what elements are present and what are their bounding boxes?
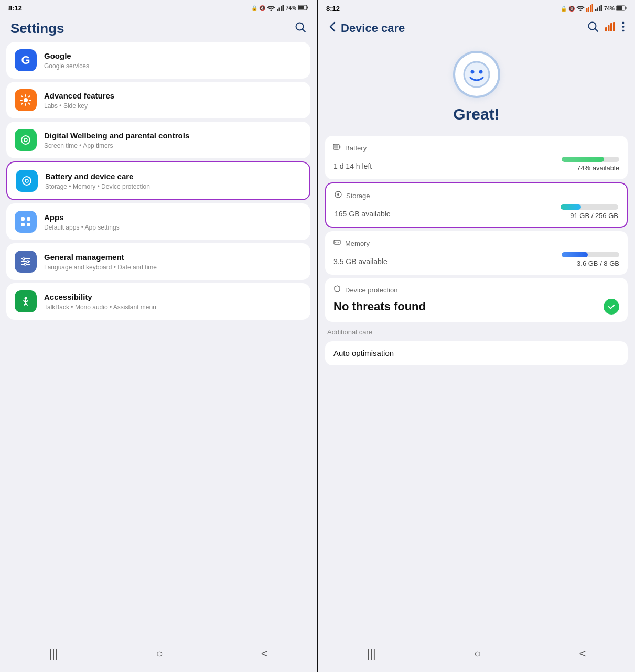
accessibility-title: Accessibility [44, 292, 302, 302]
svg-rect-52 [334, 145, 338, 149]
battery-card[interactable]: Battery 1 d 14 h left 74% available [325, 136, 628, 179]
care-content: Battery 1 d 14 h left 74% available [318, 136, 635, 637]
memory-card-header: Memory [333, 239, 619, 248]
care-header-left: Device care [328, 21, 405, 35]
svg-rect-27 [586, 8, 588, 12]
settings-item-accessibility[interactable]: Accessibility TalkBack • Mono audio • As… [6, 283, 310, 320]
wifi-icon-r [576, 5, 585, 12]
svg-point-23 [27, 261, 29, 263]
signal-icon-r [595, 5, 602, 12]
svg-point-46 [622, 30, 625, 32]
apps-icon [15, 211, 37, 233]
storage-card-label: Storage [346, 192, 370, 200]
nav-menu-left[interactable]: ||| [38, 645, 68, 663]
svg-rect-1 [277, 9, 278, 11]
chart-icon-r [586, 4, 594, 13]
search-icon-left[interactable] [295, 21, 306, 36]
svg-point-12 [24, 138, 27, 142]
battery-card-icon [333, 143, 341, 153]
settings-item-battery[interactable]: Battery and device care Storage • Memory… [6, 161, 310, 200]
svg-point-24 [24, 263, 26, 265]
battery-card-pct: 74% available [577, 164, 619, 172]
additional-care-label: Additional care [325, 325, 628, 338]
additional-card[interactable]: Auto optimisation [325, 341, 628, 365]
protection-icon [333, 285, 341, 295]
svg-rect-34 [600, 5, 602, 11]
protection-header: Device protection [333, 285, 619, 295]
svg-line-9 [303, 29, 306, 32]
protection-card[interactable]: Device protection No threats found [325, 278, 628, 322]
status-icons-right: 🔒 🔇 74% [561, 4, 627, 13]
nav-back-left[interactable]: < [251, 645, 278, 663]
status-icons-left: 🔒 🔇 74% [251, 5, 308, 12]
svg-rect-31 [595, 9, 597, 11]
advanced-title: Advanced features [44, 91, 302, 101]
svg-rect-40 [605, 27, 607, 31]
settings-panel: 8:12 🔒 🔇 74% Settings [0, 0, 317, 672]
storage-card-value: 165 GB available [335, 206, 391, 220]
battery-card-right: 74% available [562, 157, 619, 172]
memory-card-body: 3.5 GB available 3.6 GB / 8 GB [333, 252, 619, 267]
settings-item-general[interactable]: General management Language and keyboard… [6, 243, 310, 280]
apps-title: Apps [44, 212, 302, 223]
memory-card-value: 3.5 GB available [333, 254, 388, 267]
storage-progress-bg [561, 204, 618, 210]
nav-home-right[interactable]: ○ [464, 645, 491, 663]
accessibility-subtitle: TalkBack • Mono audio • Assistant menu [44, 304, 302, 311]
svg-point-22 [23, 258, 25, 260]
settings-item-apps[interactable]: Apps Default apps • App settings [6, 203, 310, 240]
memory-card-right: 3.6 GB / 8 GB [562, 252, 619, 267]
nav-back-right[interactable]: < [569, 645, 597, 663]
care-title: Device care [341, 21, 405, 35]
svg-point-47 [464, 62, 489, 87]
svg-point-54 [337, 193, 339, 196]
memory-card-pct: 3.6 GB / 8 GB [577, 259, 619, 267]
apps-text: Apps Default apps • App settings [44, 212, 302, 231]
svg-rect-33 [599, 6, 600, 11]
memory-card[interactable]: Memory 3.5 GB available 3.6 GB / 8 GB [325, 231, 628, 275]
google-title: Google [44, 51, 302, 61]
memory-card-label: Memory [345, 240, 370, 247]
svg-point-25 [25, 297, 27, 300]
svg-point-49 [479, 70, 482, 74]
svg-rect-30 [591, 4, 593, 12]
digital-text: Digital Wellbeing and parental controls … [44, 131, 302, 149]
svg-rect-6 [307, 7, 308, 9]
back-button[interactable] [328, 21, 337, 35]
svg-point-10 [24, 98, 28, 102]
settings-item-digital[interactable]: Digital Wellbeing and parental controls … [6, 122, 310, 158]
status-bar-right: 8:12 🔒 🔇 74% [318, 0, 635, 15]
advanced-subtitle: Labs • Side key [44, 102, 302, 110]
settings-item-google[interactable]: G Google Google services [6, 42, 310, 79]
lock-icon: 🔒 [251, 5, 257, 11]
svg-point-44 [622, 22, 625, 24]
search-icon-care[interactable] [587, 21, 599, 35]
digital-title: Digital Wellbeing and parental controls [44, 131, 302, 141]
svg-rect-32 [597, 8, 598, 12]
battery-progress-bg [562, 157, 619, 162]
storage-card[interactable]: Storage 165 GB available 91 GB / 256 GB [325, 182, 628, 228]
chart-icon-care[interactable] [605, 22, 616, 34]
lock-icon-r: 🔒 [561, 6, 567, 12]
svg-point-45 [622, 26, 625, 28]
svg-rect-2 [278, 7, 280, 11]
svg-point-0 [270, 9, 272, 11]
digital-icon [15, 129, 37, 151]
settings-header-icons [295, 21, 306, 36]
svg-rect-43 [613, 22, 615, 31]
great-label: Great! [453, 105, 499, 123]
svg-rect-37 [617, 6, 622, 10]
advanced-icon [15, 89, 37, 111]
settings-item-advanced[interactable]: Advanced features Labs • Side key [6, 82, 310, 118]
digital-subtitle: Screen time • App timers [44, 142, 302, 149]
nav-home-left[interactable]: ○ [145, 645, 173, 663]
svg-rect-29 [590, 5, 591, 12]
general-subtitle: Language and keyboard • Date and time [44, 264, 302, 271]
advanced-text: Advanced features Labs • Side key [44, 91, 302, 110]
battery-subtitle: Storage • Memory • Device protection [45, 183, 301, 190]
more-menu-icon[interactable] [622, 21, 625, 35]
general-icon [15, 251, 37, 273]
google-icon: G [15, 49, 37, 71]
nav-menu-right[interactable]: ||| [357, 645, 386, 663]
shield-check-icon [604, 299, 619, 315]
